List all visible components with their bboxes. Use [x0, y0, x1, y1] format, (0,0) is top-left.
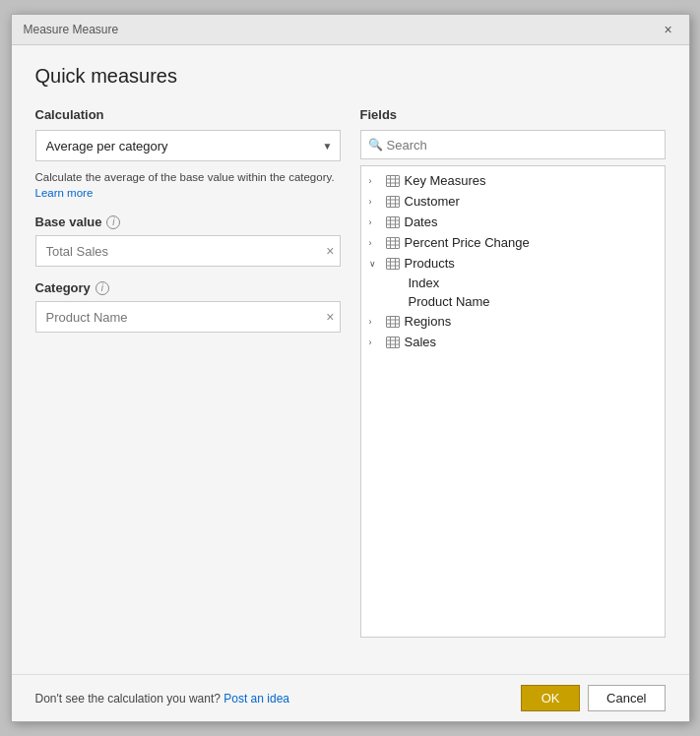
- tree-item[interactable]: › Dates: [361, 212, 665, 232]
- quick-measures-dialog: Measure Measure × Quick measures Calcula…: [11, 14, 690, 722]
- tree-chevron-icon: ∨: [369, 259, 381, 269]
- svg-rect-20: [386, 258, 399, 269]
- tree-item-label: Customer: [405, 194, 460, 209]
- tree-item[interactable]: ∨ Products: [361, 253, 665, 274]
- base-value-label-row: Base value i: [35, 215, 341, 229]
- learn-more-link[interactable]: Learn more: [35, 187, 94, 199]
- category-label-row: Category i: [35, 280, 341, 295]
- tree-item[interactable]: › Sales: [361, 332, 665, 352]
- calculation-label: Calculation: [35, 107, 341, 122]
- tree-chevron-icon: ›: [369, 337, 381, 347]
- post-idea-link[interactable]: Post an idea: [223, 692, 289, 705]
- footer-buttons: OK Cancel: [521, 685, 665, 711]
- category-clear-button[interactable]: ×: [326, 310, 334, 324]
- dialog-footer: Don't see the calculation you want? Post…: [12, 674, 689, 721]
- table-icon: [385, 195, 401, 209]
- tree-child-item[interactable]: Product Name: [361, 292, 665, 311]
- hint-text: Calculate the average of the base value …: [35, 169, 341, 201]
- calculation-dropdown[interactable]: Average per category Weighted average pe…: [35, 130, 341, 161]
- search-wrapper: 🔍: [360, 130, 666, 159]
- tree-chevron-icon: ›: [369, 197, 381, 207]
- fields-label: Fields: [360, 107, 666, 122]
- title-bar-text: Measure Measure: [24, 23, 119, 36]
- base-value-clear-button[interactable]: ×: [326, 244, 334, 258]
- ok-button[interactable]: OK: [521, 685, 580, 711]
- svg-rect-25: [386, 316, 399, 327]
- table-icon: [385, 174, 401, 188]
- two-column-layout: Calculation Average per category Weighte…: [35, 107, 666, 638]
- left-panel: Calculation Average per category Weighte…: [35, 107, 341, 638]
- svg-rect-0: [386, 175, 399, 186]
- tree-item-label: Percent Price Change: [405, 235, 530, 250]
- category-input[interactable]: [35, 301, 341, 333]
- footer-hint: Don't see the calculation you want? Post…: [35, 692, 289, 705]
- tree-item-label: Key Measures: [405, 173, 486, 188]
- tree-item[interactable]: › Percent Price Change: [361, 232, 665, 253]
- table-icon: [385, 215, 401, 229]
- base-value-input[interactable]: [35, 235, 341, 267]
- base-value-label: Base value: [35, 215, 102, 229]
- tree-child-label: Product Name: [409, 294, 490, 309]
- category-label: Category: [35, 280, 91, 295]
- svg-rect-15: [386, 237, 399, 248]
- category-input-wrapper: ×: [35, 301, 341, 333]
- fields-tree: › Key Measures › Customer ›: [360, 165, 666, 638]
- category-info-icon: i: [95, 281, 109, 295]
- svg-rect-10: [386, 216, 399, 227]
- tree-child-item[interactable]: Index: [361, 274, 665, 292]
- right-panel: Fields 🔍 › Key Measures ›: [360, 107, 666, 638]
- tree-item[interactable]: › Key Measures: [361, 170, 665, 191]
- tree-item[interactable]: › Customer: [361, 191, 665, 212]
- table-icon: [385, 315, 401, 329]
- table-icon: [385, 236, 401, 250]
- base-value-input-wrapper: ×: [35, 235, 341, 267]
- close-button[interactable]: ×: [660, 21, 677, 38]
- svg-rect-30: [386, 337, 399, 347]
- search-icon: 🔍: [368, 138, 383, 152]
- cancel-button[interactable]: Cancel: [588, 685, 665, 711]
- table-icon: [385, 257, 401, 271]
- calculation-dropdown-wrapper: Average per category Weighted average pe…: [35, 130, 341, 161]
- tree-chevron-icon: ›: [369, 176, 381, 186]
- dialog-body: Quick measures Calculation Average per c…: [12, 45, 689, 674]
- dialog-title: Quick measures: [35, 65, 666, 88]
- tree-item[interactable]: › Regions: [361, 311, 665, 332]
- tree-chevron-icon: ›: [369, 317, 381, 327]
- tree-item-label: Dates: [405, 215, 438, 229]
- tree-item-label: Sales: [405, 335, 437, 349]
- tree-item-label: Products: [405, 256, 455, 271]
- svg-rect-5: [386, 196, 399, 207]
- tree-chevron-icon: ›: [369, 238, 381, 248]
- base-value-info-icon: i: [106, 215, 120, 229]
- title-bar: Measure Measure ×: [12, 15, 689, 45]
- tree-chevron-icon: ›: [369, 217, 381, 227]
- tree-item-label: Regions: [405, 314, 452, 329]
- table-icon: [385, 336, 401, 349]
- search-input[interactable]: [360, 130, 666, 159]
- tree-child-label: Index: [409, 276, 440, 290]
